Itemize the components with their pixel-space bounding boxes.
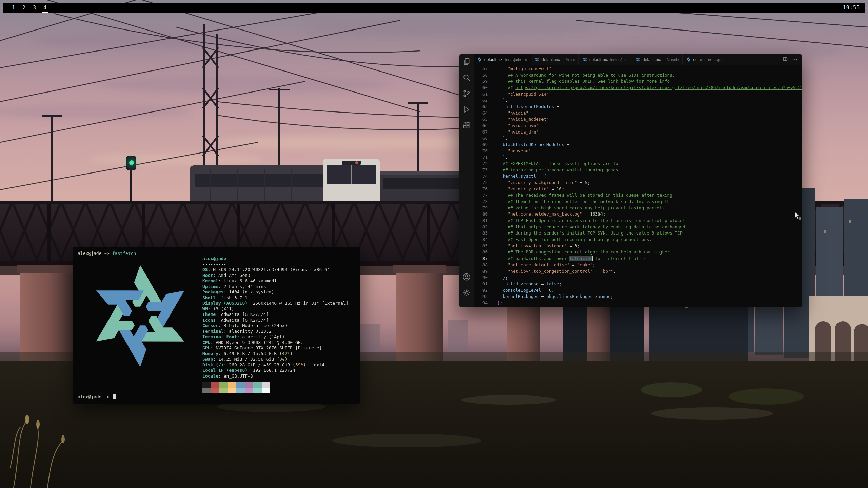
line-number: 89: [474, 268, 488, 275]
fastfetch-line: Terminal Font: alacritty (14pt): [202, 334, 348, 340]
split-editor-icon[interactable]: [783, 56, 788, 63]
code-line-64[interactable]: 64 "nvidia": [474, 110, 802, 117]
code-line-60[interactable]: 60 ## https://git.kernel.org/pub/scm/lin…: [474, 85, 802, 91]
fastfetch-line: ---------: [202, 262, 348, 267]
line-number: 70: [474, 148, 488, 155]
code-line-67[interactable]: 67 "nvidia_drm": [474, 129, 802, 136]
code-line-94[interactable]: 94 };: [474, 300, 802, 306]
palette-swatch: [211, 388, 219, 393]
extensions-icon[interactable]: [462, 121, 471, 130]
code-line-90[interactable]: 90 };: [474, 274, 802, 281]
palette-swatch: [236, 382, 245, 388]
code-line-71[interactable]: 71 ];: [474, 154, 802, 161]
code-line-83[interactable]: 83 ## during the sender's initial TCP SY…: [474, 230, 802, 237]
line-number: 93: [474, 293, 488, 300]
fastfetch-line: OS: NixOS 24.11.20240821.c374d94 (Vicuna…: [202, 267, 348, 273]
fastfetch-line: GPU: NVIDIA GeForce RTX 2070 SUPER [Disc…: [202, 345, 348, 351]
line-number: 61: [474, 91, 488, 98]
fastfetch-line: Terminal: alacritty 0.13.2: [202, 329, 348, 334]
fastfetch-line: Display (AUS32E0): 868x488 @ 165 Hz in…: [202, 301, 348, 306]
palette-swatch: [202, 388, 211, 393]
tab-description: homes/jade: [610, 58, 628, 62]
code-line-75[interactable]: 75 "vm.dirty_background_ratio" = 5;: [474, 180, 802, 186]
code-line-92[interactable]: 92 consoleLogLevel = 0;: [474, 287, 802, 294]
code-editor[interactable]: 57 "mitigations=off"58 ## A workaround f…: [474, 65, 802, 307]
more-actions-icon[interactable]: ⋯: [792, 56, 798, 63]
code-line-89[interactable]: 89 "net.ipv4.tcp_congestion_control" = "…: [474, 268, 802, 275]
workspace-1[interactable]: 1: [8, 3, 19, 13]
prompt-command: fastfetch: [112, 251, 136, 256]
code-line-65[interactable]: 65 "nvidia_modeset": [474, 116, 802, 123]
code-line-70[interactable]: 70 "nouveau": [474, 148, 802, 155]
editor-tab[interactable]: default.nix…/pol: [683, 54, 727, 65]
workspace-3[interactable]: 3: [29, 3, 40, 13]
code-line-68[interactable]: 68 ];: [474, 135, 802, 142]
workspaces: 1234: [8, 3, 50, 13]
nix-file-icon: [477, 57, 482, 62]
code-line-79[interactable]: 79 ## value for high speed cards may hel…: [474, 205, 802, 211]
fastfetch-line: Cursor: Bibata-Modern-Ice (24px): [202, 323, 348, 329]
line-number: 75: [474, 180, 488, 186]
code-line-74[interactable]: 74 kernel.sysctl = {: [474, 173, 802, 180]
code-line-62[interactable]: 62 ];: [474, 97, 802, 104]
nix-file-icon: [582, 57, 587, 62]
close-icon[interactable]: ×: [525, 57, 528, 62]
tab-label: default.nix: [693, 57, 712, 62]
palette-swatch: [228, 388, 236, 393]
code-line-81[interactable]: 81 ## TCP Fast Open is an extension to t…: [474, 218, 802, 224]
terminal-window[interactable]: alex@jade ~> fastfetch alex@jade--------…: [73, 247, 360, 404]
source-control-icon[interactable]: [462, 89, 471, 98]
tab-description: …/nixos: [562, 58, 575, 62]
code-line-82[interactable]: 82 ## that helps reduce network latency …: [474, 224, 802, 230]
code-line-72[interactable]: 72 ## EXPERIMENTAL - These sysctl option…: [474, 161, 802, 167]
code-line-73[interactable]: 73 ## improving performance whilst runni…: [474, 167, 802, 174]
fastfetch-line: Theme: Adwaita [GTK2/3/4]: [202, 312, 348, 318]
editor-tab[interactable]: default.nixhomes/jade: [579, 54, 632, 65]
line-number: 57: [474, 66, 488, 72]
mouse-cursor: [794, 211, 801, 220]
workspace-4[interactable]: 4: [40, 3, 50, 13]
fastfetch-line: CPU: AMD Ryzen 9 3900X (24) @ 4.00 GHz: [202, 340, 348, 346]
terminal-color-palette: [202, 382, 270, 393]
code-line-88[interactable]: 88 "net.core.default_qdisc" = "cake";: [474, 262, 802, 268]
editor-tab[interactable]: default.nixhosts/jade×: [474, 54, 531, 65]
code-line-78[interactable]: 78 ## them from the ring buffer on the n…: [474, 199, 802, 205]
clock: 19:55: [843, 5, 860, 11]
code-line-61[interactable]: 61 "clearcpuid=514": [474, 91, 802, 98]
editor-tab[interactable]: default.nix…/nixos: [531, 54, 579, 65]
code-line-57[interactable]: 57 "mitigations=off": [474, 66, 802, 72]
editor-tab[interactable]: default.nix…/vscode: [632, 54, 683, 65]
code-line-80[interactable]: 80 "net.core.netdev_max_backlog" = 16384…: [474, 211, 802, 218]
search-icon[interactable]: [462, 73, 471, 82]
line-number: 67: [474, 129, 488, 136]
explorer-icon[interactable]: [462, 57, 471, 66]
code-line-77[interactable]: 77 ## The received frames will be stored…: [474, 192, 802, 199]
code-line-84[interactable]: 84 ## Fast Open for both incoming and ou…: [474, 237, 802, 243]
code-line-59[interactable]: 59 ## this kernel flag disables UMIP. Se…: [474, 78, 802, 85]
code-line-58[interactable]: 58 ## A workaround for wine not being ab…: [474, 72, 802, 79]
code-line-93[interactable]: 93 kernelPackages = pkgs.linuxPackages_x…: [474, 293, 802, 300]
code-line-87[interactable]: 87 ## bandwidths and lower latencies for…: [474, 256, 802, 262]
code-line-85[interactable]: 85 "net.ipv4.tcp_fastopen" = 3;: [474, 243, 802, 249]
line-number: 66: [474, 123, 488, 129]
code-line-86[interactable]: 86 ## The BBR congestion control algorit…: [474, 249, 802, 256]
fastfetch-info: alex@jade---------OS: NixOS 24.11.202408…: [202, 256, 348, 379]
terminal-prompt-current[interactable]: alex@jade ~>: [78, 394, 116, 400]
tab-description: hosts/jade: [505, 58, 521, 62]
line-number: 58: [474, 72, 488, 79]
code-line-66[interactable]: 66 "nvidia_uvm": [474, 123, 802, 129]
settings-icon[interactable]: [462, 288, 471, 297]
editor-tab-bar: default.nixhosts/jade×default.nix…/nixos…: [474, 54, 802, 65]
code-line-76[interactable]: 76 "vm.dirty_ratio" = 10;: [474, 186, 802, 192]
fastfetch-line: Shell: fish 3.7.1: [202, 295, 348, 301]
palette-swatch: [245, 388, 253, 393]
fastfetch-line: Swap: 14.25 MiB / 32.56 GiB (0%): [202, 357, 348, 362]
workspace-2[interactable]: 2: [19, 3, 29, 13]
line-number: 90: [474, 274, 488, 281]
palette-swatch: [219, 388, 228, 393]
code-line-63[interactable]: 63 initrd.kernelModules = [: [474, 104, 802, 110]
code-line-91[interactable]: 91 initrd.verbose = false;: [474, 281, 802, 287]
account-icon[interactable]: [462, 272, 471, 281]
run-debug-icon[interactable]: [462, 105, 471, 114]
code-line-69[interactable]: 69 blacklistedKernelModules = [: [474, 142, 802, 148]
